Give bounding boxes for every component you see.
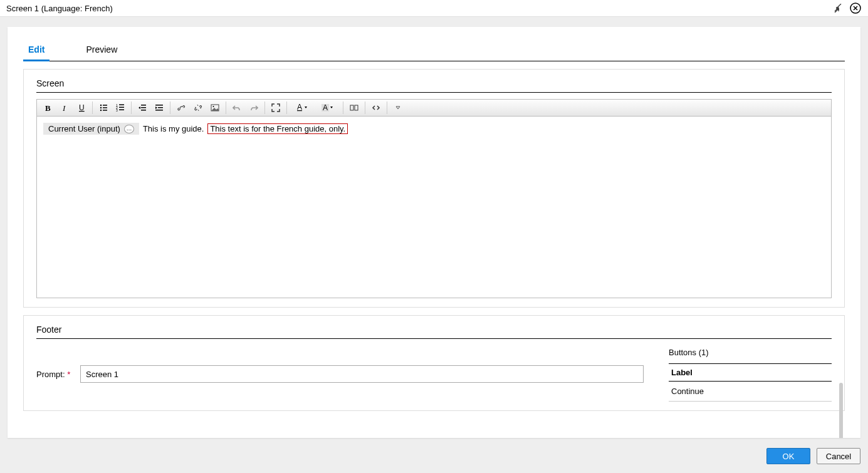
dialog-actions: OK Cancel	[766, 448, 860, 464]
restore-icon[interactable]	[832, 2, 844, 14]
image-icon[interactable]	[207, 101, 223, 115]
svg-rect-18	[141, 110, 146, 111]
tab-preview[interactable]: Preview	[81, 39, 122, 61]
outdent-icon[interactable]	[134, 101, 150, 115]
toolbar-separator	[92, 101, 93, 114]
tab-edit[interactable]: Edit	[23, 39, 50, 61]
dialog-window: Screen 1 (Language: French) Edit Preview…	[0, 0, 868, 473]
svg-rect-22	[211, 105, 219, 111]
toolbar-separator	[170, 101, 170, 114]
svg-rect-20	[158, 107, 163, 108]
svg-point-4	[100, 105, 102, 106]
svg-rect-7	[103, 107, 107, 108]
svg-text:A: A	[323, 103, 328, 112]
svg-text:1: 1	[116, 103, 118, 107]
indent-icon[interactable]	[151, 101, 167, 115]
svg-rect-25	[322, 104, 329, 112]
toolbar-separator	[264, 101, 265, 114]
variable-icon[interactable]	[346, 101, 362, 115]
toolbar-separator	[365, 101, 365, 114]
token-label: Current User (input)	[48, 124, 120, 133]
prompt-label: Prompt: *	[36, 370, 74, 379]
link-icon[interactable]	[173, 101, 189, 115]
titlebar: Screen 1 (Language: French)	[0, 0, 868, 17]
screen-card: Screen B I U 123	[23, 69, 845, 308]
svg-rect-17	[141, 107, 146, 108]
svg-rect-13	[119, 107, 124, 108]
svg-text:2: 2	[116, 106, 118, 110]
svg-point-6	[100, 107, 102, 108]
svg-rect-11	[119, 105, 124, 106]
svg-rect-19	[155, 105, 163, 106]
maximize-icon[interactable]	[268, 101, 284, 115]
toolbar-separator	[226, 101, 226, 114]
footer-left: Prompt: *	[36, 345, 644, 402]
main-panel: Edit Preview Screen B I U 123	[8, 27, 860, 438]
italic-icon[interactable]: I	[56, 101, 73, 115]
divider	[36, 92, 832, 93]
footer-section-title: Footer	[36, 325, 832, 335]
ok-button[interactable]: OK	[766, 448, 810, 464]
editor-toolbar: B I U 123 A A	[36, 99, 832, 117]
editor-text: This is my guide.	[143, 124, 204, 133]
buttons-table-row[interactable]: Continue	[669, 382, 832, 402]
svg-rect-16	[141, 105, 146, 106]
buttons-title: Buttons (1)	[669, 348, 832, 357]
svg-text:U: U	[79, 104, 85, 112]
screen-section-title: Screen	[36, 78, 832, 88]
toolbar-separator	[343, 101, 343, 114]
svg-rect-27	[350, 105, 353, 110]
svg-rect-5	[103, 105, 107, 106]
more-dropdown-icon[interactable]	[390, 101, 406, 115]
buttons-table-header: Label	[669, 363, 832, 382]
svg-rect-9	[103, 110, 107, 111]
editor-body[interactable]: Current User (input) … This is my guide.…	[36, 117, 832, 298]
tab-strip: Edit Preview	[23, 39, 845, 61]
svg-point-8	[100, 110, 102, 111]
close-icon[interactable]	[849, 2, 862, 14]
prompt-row: Prompt: *	[36, 365, 644, 383]
svg-rect-15	[119, 110, 124, 111]
toolbar-separator	[387, 101, 387, 114]
source-icon[interactable]	[368, 101, 384, 115]
svg-text:A: A	[297, 103, 302, 112]
unlink-icon[interactable]	[190, 101, 206, 115]
editor-line: Current User (input) … This is my guide.…	[43, 123, 825, 135]
highlight-color-icon[interactable]: A	[315, 101, 340, 115]
bullet-list-icon[interactable]	[95, 101, 112, 115]
svg-text:B: B	[45, 104, 51, 112]
bold-icon[interactable]: B	[39, 101, 56, 115]
undo-icon[interactable]	[229, 101, 245, 115]
redo-icon[interactable]	[246, 101, 262, 115]
variable-token[interactable]: Current User (input) …	[43, 123, 139, 135]
scrollbar[interactable]	[839, 383, 843, 438]
cancel-button[interactable]: Cancel	[817, 448, 860, 464]
font-color-icon[interactable]: A	[290, 101, 315, 115]
titlebar-actions	[832, 2, 862, 14]
svg-text:3: 3	[116, 108, 118, 112]
prompt-input[interactable]	[80, 365, 644, 383]
svg-rect-28	[355, 105, 358, 110]
svg-rect-21	[155, 110, 163, 111]
footer-right: Buttons (1) Label Continue	[669, 345, 832, 402]
footer-card: Footer Prompt: * Buttons (1) Label Conti…	[23, 315, 845, 411]
token-ellipsis-icon[interactable]: …	[124, 125, 134, 133]
svg-point-23	[213, 106, 214, 107]
window-title: Screen 1 (Language: French)	[6, 4, 832, 13]
divider	[36, 338, 832, 339]
underline-icon[interactable]: U	[73, 101, 90, 115]
toolbar-separator	[131, 101, 132, 114]
editor-highlighted-text: This text is for the French guide, only.	[207, 123, 348, 134]
number-list-icon[interactable]: 123	[112, 101, 128, 115]
svg-text:I: I	[62, 104, 66, 112]
toolbar-separator	[286, 101, 287, 114]
